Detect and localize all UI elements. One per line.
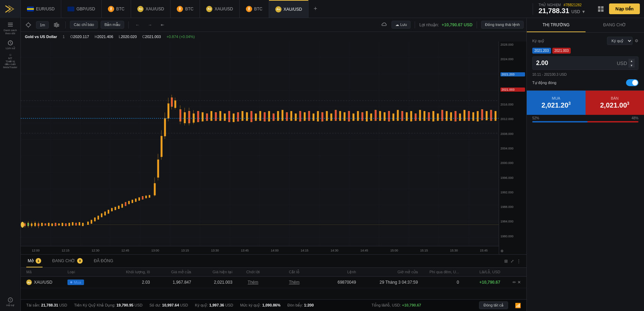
order-current-price-0: 2,021.003 bbox=[191, 280, 232, 285]
amount-up-button[interactable]: ▲ bbox=[628, 59, 635, 63]
rp-tab-market-label: THỊ TRƯỜNG bbox=[543, 22, 570, 27]
rp-tab-pending[interactable]: ĐANG CHỜ bbox=[586, 18, 644, 32]
ohlc-high: H2021.406 bbox=[95, 35, 113, 39]
cloud-icon[interactable] bbox=[379, 20, 389, 30]
svg-rect-120 bbox=[330, 113, 332, 121]
svg-rect-78 bbox=[171, 98, 173, 107]
sidebar-item-support[interactable]: ? Hỗ trợ bbox=[3, 294, 18, 310]
flag-xau3: Au bbox=[275, 6, 282, 12]
close-all-button[interactable]: Đóng tất cả bbox=[479, 301, 508, 309]
y-label-3: 2016.000 bbox=[500, 103, 525, 106]
y-label-settings[interactable]: ⚙ bbox=[500, 249, 525, 253]
svg-rect-109 bbox=[282, 110, 283, 121]
x-label-8: 13:45 bbox=[241, 249, 249, 252]
balance-dropdown-icon[interactable]: ▼ bbox=[581, 9, 586, 14]
svg-rect-111 bbox=[291, 111, 292, 121]
order-type-0: Mua bbox=[67, 280, 109, 285]
sidebar-item-history[interactable]: Lịch sử bbox=[3, 37, 18, 53]
svg-rect-108 bbox=[277, 111, 279, 121]
svg-rect-133 bbox=[388, 111, 390, 121]
sell-button[interactable]: BÁN 2,021.003 bbox=[586, 91, 644, 115]
svg-rect-63 bbox=[135, 199, 137, 202]
filter-icon[interactable]: ⊞ bbox=[504, 259, 508, 264]
order-sl-add-link-0[interactable]: Thêm bbox=[248, 280, 258, 285]
chart-canvas[interactable]: 2028.000 2024.000 2021.203 2021.003 2016… bbox=[21, 42, 526, 254]
add-tab-button[interactable]: + bbox=[309, 0, 322, 18]
svg-rect-151 bbox=[468, 111, 470, 121]
rewind-icon[interactable]: ⇤ bbox=[158, 20, 167, 30]
sidebar-item-metatrader[interactable]: MT MTThiết bịdầu cuốiMetaTrader bbox=[3, 54, 18, 69]
x-label-2: 12:15 bbox=[62, 249, 70, 252]
save-button[interactable]: ☁ Lưu bbox=[392, 21, 411, 29]
svg-rect-117 bbox=[317, 111, 319, 121]
tab-closed-orders[interactable]: ĐÃ ĐÓNG bbox=[92, 255, 114, 267]
chart-type-icon[interactable] bbox=[52, 20, 61, 30]
rp-tab-market[interactable]: THỊ TRƯỜNG bbox=[527, 18, 586, 32]
tab-xau-usd2[interactable]: Au XAU/USD bbox=[200, 0, 239, 18]
x-label-1: 12:00 bbox=[32, 249, 40, 252]
order-edit-icon-0[interactable]: ✏ bbox=[513, 280, 516, 285]
amount-down-button[interactable]: ▼ bbox=[628, 63, 635, 67]
tab-gbp-usd[interactable]: GBP/USD bbox=[61, 0, 102, 18]
svg-rect-157 bbox=[495, 111, 496, 121]
tab-xau-usd3[interactable]: Au XAU/USD bbox=[269, 0, 309, 18]
svg-rect-40 bbox=[55, 223, 56, 226]
order-tp-add-link-0[interactable]: Thêm bbox=[289, 280, 300, 285]
tab-btc1[interactable]: ₿ BTC bbox=[102, 0, 131, 18]
auto-close-toggle[interactable] bbox=[626, 79, 638, 86]
chart-toolbar: 1m Các chỉ báo Bản mẫu ← → ⇤ bbox=[21, 18, 526, 32]
price-boxes: 2021.203 2021.003 bbox=[532, 48, 638, 54]
chart-area: 1m Các chỉ báo Bản mẫu ← → ⇤ bbox=[21, 18, 526, 311]
svg-rect-122 bbox=[339, 111, 341, 121]
spread-bar-wrapper: 52% 48% bbox=[527, 116, 644, 122]
sync-button[interactable]: Đồng trang thái lệnh bbox=[481, 21, 524, 29]
tab-open-orders[interactable]: Mở 1 bbox=[26, 255, 43, 267]
spread-sell-pct: 48% bbox=[632, 116, 638, 120]
amount-input-wrapper[interactable]: 2.00 USD ▲ ▼ bbox=[532, 56, 638, 70]
tab-xau-usd1[interactable]: Au XAU/USD bbox=[131, 0, 171, 18]
tab-eur-usd[interactable]: EUR/USD bbox=[21, 0, 61, 18]
svg-rect-52 bbox=[98, 216, 99, 219]
svg-rect-80 bbox=[174, 101, 176, 108]
redo-icon[interactable]: → bbox=[145, 20, 155, 30]
sidebar-item-watchlist[interactable]: Danh sáchtheo dõi bbox=[3, 21, 18, 36]
order-type-badge-0: Mua bbox=[67, 280, 84, 285]
svg-rect-3 bbox=[601, 9, 604, 12]
indicators-button[interactable]: Các chỉ báo bbox=[70, 21, 98, 29]
margin-select[interactable]: Ký quỹ bbox=[607, 37, 633, 45]
indicators-label: Các chỉ báo bbox=[74, 22, 94, 27]
order-open-price-0: 1,967.847 bbox=[150, 280, 191, 285]
more-icon[interactable]: ⋮ bbox=[517, 259, 521, 264]
template-button[interactable]: Bản mẫu bbox=[101, 21, 124, 29]
svg-rect-74 bbox=[164, 118, 166, 136]
expand-icon[interactable]: ⤢ bbox=[510, 259, 514, 264]
order-volume-0: 2.03 bbox=[109, 280, 150, 285]
status-margin: Ký quỹ: 1,997.36 USD bbox=[195, 303, 233, 308]
order-close-icon-0[interactable]: ✕ bbox=[517, 280, 521, 285]
svg-rect-128 bbox=[366, 111, 368, 121]
tab-btc3[interactable]: ₿ BTC bbox=[240, 0, 269, 18]
amount-stepper[interactable]: ▲ ▼ bbox=[628, 59, 635, 67]
timeframe-button[interactable]: 1m bbox=[36, 21, 49, 29]
col-header-volume: Khối lượng, lô bbox=[109, 270, 150, 274]
grid-icon-button[interactable] bbox=[595, 3, 606, 15]
col-header-sl: Chốt lời bbox=[232, 270, 274, 274]
amount-controls: USD ▲ ▼ bbox=[617, 59, 635, 67]
svg-rect-59 bbox=[121, 204, 123, 208]
buy-button[interactable]: MUA 2,021.203 bbox=[527, 91, 586, 115]
undo-icon[interactable]: ← bbox=[133, 20, 142, 30]
col-header-type: Loại bbox=[67, 270, 109, 274]
top-bar: EUR/USD GBP/USD ₿ BTC Au XAU/USD ₿ BTC A… bbox=[0, 0, 644, 18]
margin-settings-icon[interactable]: ⚙ bbox=[635, 38, 638, 43]
y-label-6: 2004.000 bbox=[500, 147, 525, 150]
y-label-5: 2008.000 bbox=[500, 132, 525, 136]
svg-rect-137 bbox=[406, 112, 407, 121]
svg-rect-39 bbox=[52, 223, 53, 226]
x-label-16: 15:45 bbox=[480, 249, 488, 252]
svg-rect-70 bbox=[157, 160, 159, 177]
tab-btc2[interactable]: ₿ BTC bbox=[171, 0, 200, 18]
crosshair-icon[interactable] bbox=[24, 20, 33, 30]
svg-rect-136 bbox=[402, 111, 403, 121]
tab-pending-orders[interactable]: ĐANG CHỜ 0 bbox=[51, 255, 84, 267]
deposit-button[interactable]: Nạp tiền bbox=[609, 3, 640, 14]
